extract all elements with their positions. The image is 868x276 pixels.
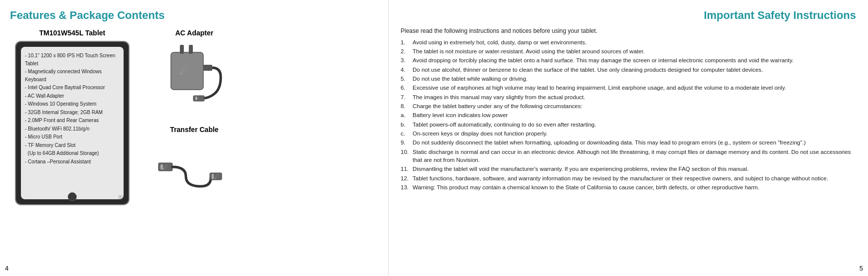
- feature-line-1: - 10.1" 1200 x 800 IPS HD Touch Screen T…: [25, 52, 120, 67]
- feature-line-7: - 2.0MP Front and Rear Cameras: [25, 117, 120, 125]
- item-text: Avoid dropping or forcibly placing the t…: [413, 56, 794, 64]
- item-number: 9.: [401, 138, 411, 146]
- item-text: Battery level icon indicates low power: [413, 111, 508, 119]
- item-text: Do not use alcohol, thinner or benzene t…: [413, 66, 763, 74]
- item-text: Excessive use of earphones at high volum…: [413, 84, 786, 92]
- tablet-column: TM101W545L Tablet - 10.1" 1200 x 800 IPS…: [10, 29, 135, 207]
- feature-line-6: - 32GB Internal Storage; 2GB RAM: [25, 109, 120, 117]
- item-number: 5.: [401, 75, 411, 83]
- safety-item: 7.The images in this manual may vary sli…: [401, 93, 856, 101]
- left-heading: Features & Package Contents: [10, 9, 378, 22]
- safety-item: 11.Dismantling the tablet will void the …: [401, 165, 856, 173]
- safety-item: 4.Do not use alcohol, thinner or benzene…: [401, 66, 856, 74]
- safety-item: b.Tablet powers-off automatically, conti…: [401, 121, 856, 129]
- cable-title: Transfer Cable: [170, 126, 218, 134]
- svg-rect-3: [203, 65, 212, 71]
- feature-line-4: - AC Wall Adapter: [25, 92, 120, 100]
- feature-line-5: - Windows 10 Operating System: [25, 100, 120, 108]
- safety-item: 6.Excessive use of earphones at high vol…: [401, 84, 856, 92]
- item-text: On-screen keys or display does not funct…: [413, 130, 548, 138]
- item-text: Tablet powers-off automatically, continu…: [413, 121, 596, 129]
- tablet-camera: [68, 192, 77, 201]
- feature-line-8: - Bluetooth/ WiFi 802.11b/g/n: [25, 125, 120, 133]
- item-text: The tablet is not moisture or water-resi…: [413, 47, 645, 55]
- item-number: 1.: [401, 38, 411, 46]
- item-number: 3.: [401, 56, 411, 64]
- transfer-cable-svg: ☄ ☄: [156, 139, 233, 206]
- ac-adapter-svg: ☄: [156, 42, 233, 120]
- right-section: Important Safety Instructions Please rea…: [389, 0, 868, 276]
- adapter-column: AC Adapter: [140, 29, 249, 207]
- safety-item: 2.The tablet is not moisture or water-re…: [401, 47, 856, 55]
- safety-item: 10.Static discharge is normal and can oc…: [401, 148, 856, 164]
- item-text: Static discharge is normal and can occur…: [413, 148, 856, 164]
- adapter-title: AC Adapter: [175, 29, 214, 37]
- right-heading: Important Safety Instructions: [401, 9, 856, 22]
- safety-item: 3.Avoid dropping or forcibly placing the…: [401, 56, 856, 64]
- safety-list: 1.Avoid using in extremely hot, cold, du…: [401, 38, 856, 192]
- item-number: b.: [401, 121, 411, 129]
- item-number: 4.: [401, 66, 411, 74]
- safety-intro: Please read the following instructions a…: [401, 27, 856, 35]
- left-section: Features & Package Contents TM101W545L T…: [0, 0, 389, 276]
- svg-rect-11: [212, 174, 214, 179]
- item-text: Tablet functions, hardware, software, an…: [413, 174, 828, 182]
- svg-rect-2: [189, 45, 193, 54]
- feature-line-10: - TF Memory Card Slot: [25, 141, 120, 149]
- feature-line-10b: (Up to 64GB Additional Storage): [25, 149, 120, 157]
- tablet-image: - 10.1" 1200 x 800 IPS HD Touch Screen T…: [15, 41, 130, 205]
- svg-rect-4: [193, 96, 204, 101]
- svg-rect-5: [195, 97, 197, 100]
- item-text: The images in this manual may vary sligh…: [413, 93, 585, 101]
- item-number: 13.: [401, 183, 411, 191]
- safety-item: c.On-screen keys or display does not fun…: [401, 130, 856, 138]
- safety-item: 9.Do not suddenly disconnect the tablet …: [401, 138, 856, 146]
- item-text: Charge the tablet battery under any of t…: [413, 102, 582, 110]
- item-number: 8.: [401, 102, 411, 110]
- item-text: Warning: This product may contain a chem…: [413, 183, 759, 191]
- cable-image: ☄ ☄: [154, 138, 234, 207]
- adapter-image: ☄: [154, 41, 234, 121]
- feature-line-11: - Cortana –Personal Assistant: [25, 158, 120, 166]
- svg-rect-1: [180, 45, 184, 54]
- safety-item: a.Battery level icon indicates low power: [401, 111, 856, 119]
- item-number: 2.: [401, 47, 411, 55]
- safety-item: 13.Warning: This product may contain a c…: [401, 183, 856, 191]
- feature-line-2: - Magnetically connected Windows Keyboar…: [25, 68, 120, 83]
- item-number: 11.: [401, 165, 411, 173]
- svg-text:☄: ☄: [214, 174, 219, 180]
- safety-item: 12.Tablet functions, hardware, software,…: [401, 174, 856, 182]
- item-number: 12.: [401, 174, 411, 182]
- item-number: 6.: [401, 84, 411, 92]
- item-text: Do not use the tablet while walking or d…: [413, 75, 528, 83]
- feature-line-3: - Intel Quad Core Baytrail Processor: [25, 84, 120, 92]
- item-number: c.: [401, 130, 411, 138]
- item-text: Do not suddenly disconnect the tablet wh…: [413, 138, 806, 146]
- page-number-left: 4: [5, 265, 8, 272]
- safety-item: 5.Do not use the tablet while walking or…: [401, 75, 856, 83]
- item-number: 7.: [401, 93, 411, 101]
- ac-adapter-section: AC Adapter: [140, 29, 249, 121]
- item-text: Avoid using in extremely hot, cold, dust…: [413, 38, 586, 46]
- item-text: Dismantling the tablet will void the man…: [413, 165, 748, 173]
- tablet-screen: - 10.1" 1200 x 800 IPS HD Touch Screen T…: [21, 47, 124, 199]
- feature-line-9: - Micro USB Port: [25, 133, 120, 141]
- windows-logo-icon: ⊞: [118, 194, 123, 200]
- svg-text:☄: ☄: [179, 65, 189, 77]
- item-number: 10.: [401, 148, 411, 164]
- transfer-cable-section: Transfer Cable ☄ ☄: [140, 126, 249, 207]
- tablet-title: TM101W545L Tablet: [10, 29, 135, 37]
- safety-item: 1.Avoid using in extremely hot, cold, du…: [401, 38, 856, 46]
- page-number-right: 5: [860, 265, 863, 272]
- item-number: a.: [401, 111, 411, 119]
- svg-text:☄: ☄: [162, 164, 168, 171]
- safety-item: 8.Charge the tablet battery under any of…: [401, 102, 856, 110]
